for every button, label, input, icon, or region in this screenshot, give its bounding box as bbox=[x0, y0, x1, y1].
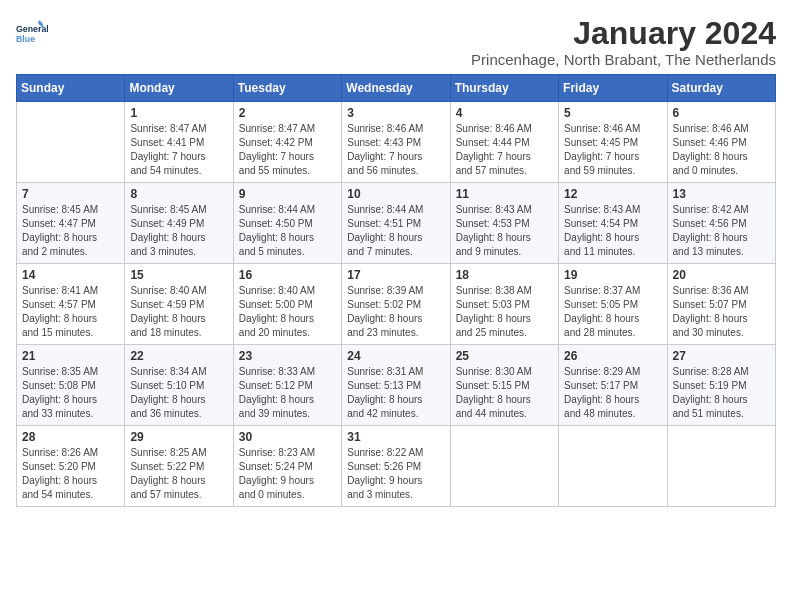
calendar-cell: 26Sunrise: 8:29 AM Sunset: 5:17 PM Dayli… bbox=[559, 345, 667, 426]
day-info: Sunrise: 8:44 AM Sunset: 4:50 PM Dayligh… bbox=[239, 203, 336, 259]
day-number: 23 bbox=[239, 349, 336, 363]
day-number: 24 bbox=[347, 349, 444, 363]
day-info: Sunrise: 8:47 AM Sunset: 4:41 PM Dayligh… bbox=[130, 122, 227, 178]
calendar-cell: 25Sunrise: 8:30 AM Sunset: 5:15 PM Dayli… bbox=[450, 345, 558, 426]
week-row-5: 28Sunrise: 8:26 AM Sunset: 5:20 PM Dayli… bbox=[17, 426, 776, 507]
calendar-cell: 24Sunrise: 8:31 AM Sunset: 5:13 PM Dayli… bbox=[342, 345, 450, 426]
day-number: 19 bbox=[564, 268, 661, 282]
calendar-cell bbox=[559, 426, 667, 507]
day-number: 29 bbox=[130, 430, 227, 444]
day-info: Sunrise: 8:23 AM Sunset: 5:24 PM Dayligh… bbox=[239, 446, 336, 502]
day-info: Sunrise: 8:33 AM Sunset: 5:12 PM Dayligh… bbox=[239, 365, 336, 421]
calendar-cell: 9Sunrise: 8:44 AM Sunset: 4:50 PM Daylig… bbox=[233, 183, 341, 264]
calendar-cell: 15Sunrise: 8:40 AM Sunset: 4:59 PM Dayli… bbox=[125, 264, 233, 345]
calendar-cell: 23Sunrise: 8:33 AM Sunset: 5:12 PM Dayli… bbox=[233, 345, 341, 426]
calendar-cell: 27Sunrise: 8:28 AM Sunset: 5:19 PM Dayli… bbox=[667, 345, 775, 426]
header-day-tuesday: Tuesday bbox=[233, 75, 341, 102]
svg-text:General: General bbox=[16, 24, 48, 34]
day-number: 3 bbox=[347, 106, 444, 120]
calendar-cell: 12Sunrise: 8:43 AM Sunset: 4:54 PM Dayli… bbox=[559, 183, 667, 264]
day-info: Sunrise: 8:29 AM Sunset: 5:17 PM Dayligh… bbox=[564, 365, 661, 421]
day-info: Sunrise: 8:39 AM Sunset: 5:02 PM Dayligh… bbox=[347, 284, 444, 340]
calendar-cell: 5Sunrise: 8:46 AM Sunset: 4:45 PM Daylig… bbox=[559, 102, 667, 183]
calendar-cell: 4Sunrise: 8:46 AM Sunset: 4:44 PM Daylig… bbox=[450, 102, 558, 183]
day-number: 12 bbox=[564, 187, 661, 201]
calendar-cell: 8Sunrise: 8:45 AM Sunset: 4:49 PM Daylig… bbox=[125, 183, 233, 264]
day-info: Sunrise: 8:41 AM Sunset: 4:57 PM Dayligh… bbox=[22, 284, 119, 340]
header-day-friday: Friday bbox=[559, 75, 667, 102]
calendar-table: SundayMondayTuesdayWednesdayThursdayFrid… bbox=[16, 74, 776, 507]
day-info: Sunrise: 8:40 AM Sunset: 5:00 PM Dayligh… bbox=[239, 284, 336, 340]
day-info: Sunrise: 8:36 AM Sunset: 5:07 PM Dayligh… bbox=[673, 284, 770, 340]
day-number: 30 bbox=[239, 430, 336, 444]
day-info: Sunrise: 8:46 AM Sunset: 4:43 PM Dayligh… bbox=[347, 122, 444, 178]
location-subtitle: Princenhage, North Brabant, The Netherla… bbox=[471, 51, 776, 68]
calendar-cell: 3Sunrise: 8:46 AM Sunset: 4:43 PM Daylig… bbox=[342, 102, 450, 183]
header-day-sunday: Sunday bbox=[17, 75, 125, 102]
month-title: January 2024 bbox=[471, 16, 776, 51]
calendar-cell: 13Sunrise: 8:42 AM Sunset: 4:56 PM Dayli… bbox=[667, 183, 775, 264]
day-number: 26 bbox=[564, 349, 661, 363]
header-day-monday: Monday bbox=[125, 75, 233, 102]
week-row-2: 7Sunrise: 8:45 AM Sunset: 4:47 PM Daylig… bbox=[17, 183, 776, 264]
day-number: 31 bbox=[347, 430, 444, 444]
header-day-thursday: Thursday bbox=[450, 75, 558, 102]
calendar-cell: 22Sunrise: 8:34 AM Sunset: 5:10 PM Dayli… bbox=[125, 345, 233, 426]
day-info: Sunrise: 8:38 AM Sunset: 5:03 PM Dayligh… bbox=[456, 284, 553, 340]
day-info: Sunrise: 8:37 AM Sunset: 5:05 PM Dayligh… bbox=[564, 284, 661, 340]
day-info: Sunrise: 8:43 AM Sunset: 4:54 PM Dayligh… bbox=[564, 203, 661, 259]
day-number: 7 bbox=[22, 187, 119, 201]
calendar-cell: 1Sunrise: 8:47 AM Sunset: 4:41 PM Daylig… bbox=[125, 102, 233, 183]
day-info: Sunrise: 8:34 AM Sunset: 5:10 PM Dayligh… bbox=[130, 365, 227, 421]
day-info: Sunrise: 8:26 AM Sunset: 5:20 PM Dayligh… bbox=[22, 446, 119, 502]
calendar-cell: 10Sunrise: 8:44 AM Sunset: 4:51 PM Dayli… bbox=[342, 183, 450, 264]
header-row: SundayMondayTuesdayWednesdayThursdayFrid… bbox=[17, 75, 776, 102]
day-number: 28 bbox=[22, 430, 119, 444]
day-number: 17 bbox=[347, 268, 444, 282]
day-number: 2 bbox=[239, 106, 336, 120]
calendar-cell: 11Sunrise: 8:43 AM Sunset: 4:53 PM Dayli… bbox=[450, 183, 558, 264]
day-info: Sunrise: 8:25 AM Sunset: 5:22 PM Dayligh… bbox=[130, 446, 227, 502]
day-info: Sunrise: 8:42 AM Sunset: 4:56 PM Dayligh… bbox=[673, 203, 770, 259]
day-info: Sunrise: 8:35 AM Sunset: 5:08 PM Dayligh… bbox=[22, 365, 119, 421]
day-number: 6 bbox=[673, 106, 770, 120]
calendar-cell: 21Sunrise: 8:35 AM Sunset: 5:08 PM Dayli… bbox=[17, 345, 125, 426]
day-info: Sunrise: 8:40 AM Sunset: 4:59 PM Dayligh… bbox=[130, 284, 227, 340]
title-area: January 2024 Princenhage, North Brabant,… bbox=[471, 16, 776, 68]
day-number: 16 bbox=[239, 268, 336, 282]
day-info: Sunrise: 8:45 AM Sunset: 4:49 PM Dayligh… bbox=[130, 203, 227, 259]
logo: General Blue bbox=[16, 16, 48, 48]
calendar-cell: 6Sunrise: 8:46 AM Sunset: 4:46 PM Daylig… bbox=[667, 102, 775, 183]
day-info: Sunrise: 8:47 AM Sunset: 4:42 PM Dayligh… bbox=[239, 122, 336, 178]
day-info: Sunrise: 8:46 AM Sunset: 4:46 PM Dayligh… bbox=[673, 122, 770, 178]
calendar-cell: 17Sunrise: 8:39 AM Sunset: 5:02 PM Dayli… bbox=[342, 264, 450, 345]
calendar-cell: 16Sunrise: 8:40 AM Sunset: 5:00 PM Dayli… bbox=[233, 264, 341, 345]
day-number: 4 bbox=[456, 106, 553, 120]
calendar-cell: 20Sunrise: 8:36 AM Sunset: 5:07 PM Dayli… bbox=[667, 264, 775, 345]
day-number: 5 bbox=[564, 106, 661, 120]
calendar-cell: 2Sunrise: 8:47 AM Sunset: 4:42 PM Daylig… bbox=[233, 102, 341, 183]
calendar-cell: 31Sunrise: 8:22 AM Sunset: 5:26 PM Dayli… bbox=[342, 426, 450, 507]
day-info: Sunrise: 8:45 AM Sunset: 4:47 PM Dayligh… bbox=[22, 203, 119, 259]
day-number: 25 bbox=[456, 349, 553, 363]
day-info: Sunrise: 8:28 AM Sunset: 5:19 PM Dayligh… bbox=[673, 365, 770, 421]
day-number: 21 bbox=[22, 349, 119, 363]
day-info: Sunrise: 8:46 AM Sunset: 4:45 PM Dayligh… bbox=[564, 122, 661, 178]
day-info: Sunrise: 8:31 AM Sunset: 5:13 PM Dayligh… bbox=[347, 365, 444, 421]
day-number: 9 bbox=[239, 187, 336, 201]
calendar-cell: 19Sunrise: 8:37 AM Sunset: 5:05 PM Dayli… bbox=[559, 264, 667, 345]
calendar-cell: 30Sunrise: 8:23 AM Sunset: 5:24 PM Dayli… bbox=[233, 426, 341, 507]
day-number: 13 bbox=[673, 187, 770, 201]
day-number: 22 bbox=[130, 349, 227, 363]
day-info: Sunrise: 8:22 AM Sunset: 5:26 PM Dayligh… bbox=[347, 446, 444, 502]
svg-text:Blue: Blue bbox=[16, 34, 35, 44]
calendar-cell: 29Sunrise: 8:25 AM Sunset: 5:22 PM Dayli… bbox=[125, 426, 233, 507]
day-number: 8 bbox=[130, 187, 227, 201]
day-number: 14 bbox=[22, 268, 119, 282]
day-info: Sunrise: 8:46 AM Sunset: 4:44 PM Dayligh… bbox=[456, 122, 553, 178]
calendar-cell bbox=[667, 426, 775, 507]
calendar-cell bbox=[450, 426, 558, 507]
calendar-cell: 14Sunrise: 8:41 AM Sunset: 4:57 PM Dayli… bbox=[17, 264, 125, 345]
day-number: 18 bbox=[456, 268, 553, 282]
header-day-saturday: Saturday bbox=[667, 75, 775, 102]
